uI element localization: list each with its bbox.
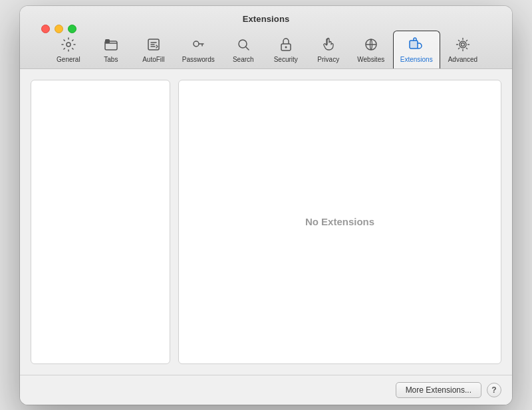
content-area: No Extensions [20, 69, 512, 375]
tab-autofill[interactable]: AutoFill [133, 31, 174, 68]
svg-rect-9 [410, 41, 418, 49]
svg-rect-2 [105, 39, 110, 43]
title-bar: Extensions General [20, 6, 512, 69]
footer: More Extensions... ? [20, 375, 512, 405]
svg-point-11 [461, 43, 464, 46]
traffic-lights [41, 25, 76, 33]
tab-advanced-label: Advanced [448, 56, 477, 63]
tab-passwords-label: Passwords [182, 56, 215, 63]
hand-icon [319, 35, 338, 54]
svg-point-7 [285, 46, 287, 48]
tab-general[interactable]: General [48, 31, 89, 68]
tab-privacy-label: Privacy [317, 56, 339, 63]
gear-icon [59, 35, 78, 54]
tab-search[interactable]: Search [223, 31, 264, 68]
tab-extensions-label: Extensions [400, 56, 433, 63]
advanced-gear-icon [454, 35, 472, 54]
autofill-icon [144, 35, 163, 54]
tab-websites[interactable]: Websites [350, 31, 392, 68]
more-extensions-button[interactable]: More Extensions... [396, 382, 481, 398]
tab-advanced[interactable]: Advanced [442, 31, 484, 68]
extensions-detail-panel: No Extensions [178, 80, 501, 364]
minimize-button[interactable] [55, 25, 63, 33]
help-button[interactable]: ? [487, 383, 501, 397]
maximize-button[interactable] [68, 25, 76, 33]
no-extensions-message: No Extensions [305, 216, 374, 227]
main-window: Extensions General [20, 6, 512, 405]
svg-point-12 [460, 41, 466, 48]
globe-icon [362, 35, 380, 54]
tabs-icon [102, 35, 120, 54]
tab-security-label: Security [274, 56, 298, 63]
search-icon [234, 35, 253, 54]
lock-icon [277, 35, 295, 54]
svg-point-5 [239, 40, 247, 48]
toolbar: General Tabs [48, 31, 484, 68]
title-bar-top: Extensions [31, 14, 501, 24]
tab-security[interactable]: Security [265, 31, 307, 68]
tab-passwords[interactable]: Passwords [176, 31, 221, 68]
tab-tabs[interactable]: Tabs [90, 31, 132, 68]
svg-point-0 [66, 43, 70, 47]
tab-websites-label: Websites [357, 56, 384, 63]
close-button[interactable] [41, 25, 50, 33]
key-icon [189, 35, 207, 54]
extensions-list-panel [31, 80, 170, 364]
tab-extensions[interactable]: Extensions [393, 31, 440, 68]
extensions-icon [407, 35, 426, 54]
window-title: Extensions [243, 14, 290, 24]
tab-search-label: Search [233, 56, 254, 63]
tab-autofill-label: AutoFill [142, 56, 164, 63]
tab-privacy[interactable]: Privacy [308, 31, 349, 68]
tab-tabs-label: Tabs [104, 56, 118, 63]
tab-general-label: General [57, 56, 80, 63]
svg-point-4 [194, 41, 199, 47]
